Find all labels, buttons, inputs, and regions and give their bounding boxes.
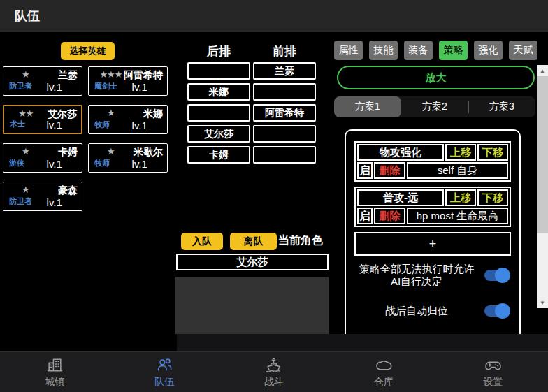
detail-tabs: 属性 技能 装备 策略 强化 天赋 [334,41,537,60]
current-role-name: 艾尔莎 [176,254,329,270]
vertical-scrollbar[interactable]: ▲ ▼ [537,65,548,308]
move-down-button[interactable]: 下移 [477,189,508,206]
front-slot-4[interactable] [253,125,316,143]
hero-card-lanser[interactable]: ★ 兰瑟 防卫者 lv.1 [3,66,82,96]
hero-class: 游侠 [9,158,24,168]
auto-return-label: 战后自动归位 [354,305,479,317]
move-up-button[interactable]: 上移 [445,144,476,161]
tab-plan-3[interactable]: 方案3 [468,96,535,117]
nav-label: 仓库 [374,376,394,389]
hero-class: 牧师 [94,158,110,168]
hero-level: lv.1 [47,196,62,208]
toggle-knob [495,268,510,283]
front-slot-2[interactable] [253,83,316,101]
page-title: 队伍 [15,8,40,24]
nav-label: 队伍 [154,376,174,389]
bottom-nav: 城镇 队伍 战斗 仓库 设置 [0,351,548,392]
tab-enhance[interactable]: 强化 [474,41,503,60]
scroll-up-icon[interactable]: ▲ [537,65,548,76]
building-icon [46,356,64,374]
strategy-name: 普攻-远 [357,189,444,206]
nav-item-warehouse[interactable]: 仓库 [329,352,438,392]
strategy-target[interactable]: hp most 生命最高 [407,208,508,224]
tab-plan-2[interactable]: 方案2 [401,96,468,117]
star-rating-icon: ★ [89,108,133,118]
hero-class: 防卫者 [9,196,32,207]
auto-return-toggle[interactable] [484,305,508,317]
plan-tabs: 方案1 方案2 方案3 [334,96,535,117]
hero-class: 术士 [10,119,25,129]
nav-label: 设置 [484,376,503,389]
hero-name: 兰瑟 [58,69,78,82]
back-row-header: 后排 [187,43,250,59]
star-rating-icon: ★ [3,69,48,80]
hero-card-areixite[interactable]: ★★★ 阿雷希特 魔剑士 lv.1 [88,66,168,96]
hero-name: 米歇尔 [134,146,163,159]
star-rating-icon: ★ [3,184,48,195]
hero-card-haosen[interactable]: ★ 豪森 防卫者 lv.1 [3,182,82,211]
tab-attributes[interactable]: 属性 [334,41,363,60]
hero-level: lv.1 [132,81,147,93]
tab-strategy[interactable]: 策略 [439,41,468,60]
scrollbar-thumb[interactable] [537,76,548,233]
strategy-item: 物攻强化 上移 下移 启 删除 self 自身 [354,141,511,182]
join-team-button[interactable]: 入队 [181,233,223,250]
hero-level: lv.1 [132,119,147,131]
add-strategy-button[interactable]: + [354,232,511,256]
hero-card-mixieer[interactable]: ★ 米歇尔 牧师 lv.1 [88,143,168,173]
front-slot-1[interactable]: 兰瑟 [253,62,316,80]
tab-equipment[interactable]: 装备 [404,41,433,60]
front-slot-3[interactable]: 阿雷希特 [253,104,316,122]
strategy-name: 物攻强化 [357,144,444,161]
back-slot-5[interactable]: 卡姆 [187,146,250,164]
enable-button[interactable]: 启 [357,162,373,179]
back-slot-1[interactable] [187,62,250,80]
tab-skills[interactable]: 技能 [369,41,398,60]
hero-name: 阿雷希特 [124,69,163,82]
ai-fallback-setting: 策略全部无法执行时允许AI自行决定 [354,263,511,288]
hero-name: 豪森 [58,184,78,197]
delete-button[interactable]: 删除 [374,208,405,224]
hero-card-mina[interactable]: ★ 米娜 牧师 lv.1 [88,105,168,134]
strategy-target[interactable]: self 自身 [407,162,508,179]
hero-name: 卡姆 [58,146,78,159]
leave-team-button[interactable]: 离队 [230,233,277,250]
move-up-button[interactable]: 上移 [445,189,476,206]
back-slot-2[interactable]: 米娜 [187,83,250,101]
scroll-down-icon[interactable]: ▼ [537,297,548,308]
hero-card-aiersha-selected[interactable]: ★★ 艾尔莎 术士 lv.1 [3,105,82,134]
nav-item-team[interactable]: 队伍 [110,352,219,392]
front-slot-5[interactable] [253,146,316,164]
nav-label: 城镇 [45,376,64,389]
ship-icon [265,356,282,374]
back-slot-3[interactable] [187,104,250,122]
top-bar: 队伍 [0,0,548,32]
nav-item-battle[interactable]: 战斗 [219,352,329,392]
ai-fallback-toggle[interactable] [484,270,508,281]
star-rating-icon: ★ [3,146,48,157]
star-rating-icon: ★ [89,146,133,157]
nav-item-town[interactable]: 城镇 [0,352,110,392]
gamepad-icon [484,356,502,374]
nav-label: 战斗 [264,376,284,389]
delete-button[interactable]: 删除 [374,162,405,179]
hero-level: lv.1 [47,119,62,131]
hero-class: 牧师 [94,119,110,130]
back-slot-4[interactable]: 艾尔莎 [187,125,250,143]
cloud-icon [375,356,392,374]
nav-item-settings[interactable]: 设置 [438,352,548,392]
hero-class: 魔剑士 [94,81,117,92]
enable-button[interactable]: 启 [357,208,373,224]
strategy-list-panel: 物攻强化 上移 下移 启 删除 self 自身 普攻-远 上移 下移 启 删除 … [345,129,521,334]
strategy-item: 普攻-远 上移 下移 启 删除 hp most 生命最高 [354,187,511,227]
toggle-knob [495,303,510,319]
select-hero-button[interactable]: 选择英雄 [61,42,115,60]
character-portrait-area [175,277,329,334]
tab-talent[interactable]: 天赋 [509,41,537,60]
tab-plan-1[interactable]: 方案1 [334,96,401,117]
front-row-header: 前排 [253,43,316,59]
hero-class: 防卫者 [9,81,32,92]
enlarge-button[interactable]: 放大 [337,66,535,89]
move-down-button[interactable]: 下移 [477,144,508,161]
hero-card-kamu[interactable]: ★ 卡姆 游侠 lv.1 [3,143,82,173]
